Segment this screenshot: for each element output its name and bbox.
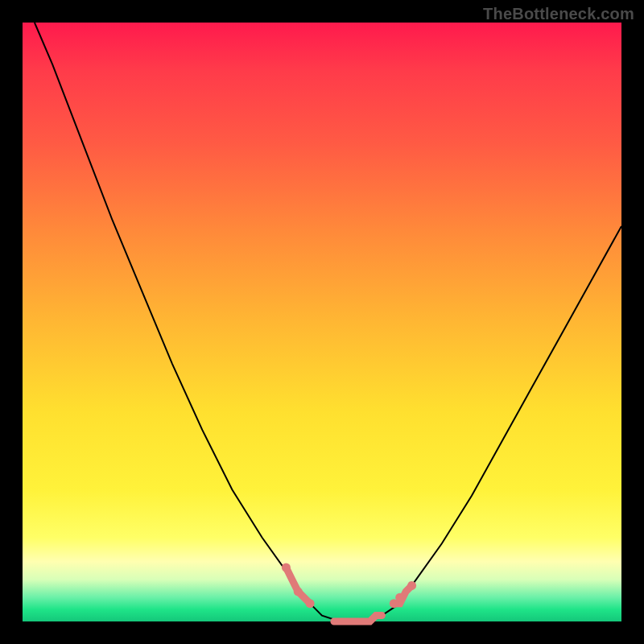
chart-frame: TheBottleneck.com xyxy=(0,0,644,644)
highlight-segment xyxy=(286,568,310,604)
highlight-dots xyxy=(282,564,416,609)
highlight-dot xyxy=(282,564,291,572)
highlight-dot xyxy=(306,599,315,608)
highlight-dot xyxy=(294,587,303,596)
plot-area xyxy=(23,23,621,621)
highlight-segments xyxy=(286,568,411,621)
watermark-text: TheBottleneck.com xyxy=(483,5,634,23)
highlight-dot xyxy=(395,593,404,602)
highlight-segment xyxy=(334,616,382,621)
bottleneck-curve xyxy=(35,23,621,621)
curve-svg xyxy=(23,23,621,621)
highlight-dot xyxy=(407,581,416,590)
